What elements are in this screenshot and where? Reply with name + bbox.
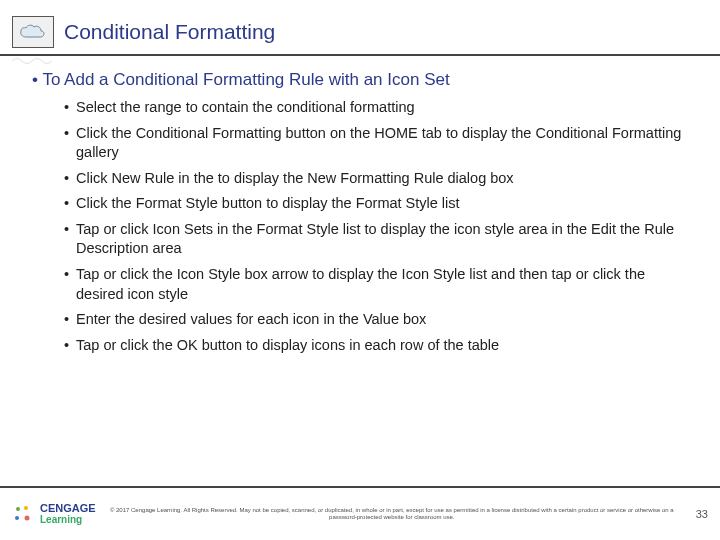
slide: Conditional Formatting To Add a Conditio… [0,0,720,540]
section-heading: To Add a Conditional Formatting Rule wit… [32,70,696,90]
list-item: Tap or click the OK button to display ic… [64,336,696,356]
slide-footer: CENGAGE Learning © 2017 Cengage Learning… [0,486,720,540]
list-item: Tap or click the Icon Style box arrow to… [64,265,696,304]
list-item: Select the range to contain the conditio… [64,98,696,118]
slide-header: Conditional Formatting [0,0,720,56]
svg-point-0 [16,507,20,511]
svg-point-3 [25,516,30,521]
slide-body: To Add a Conditional Formatting Rule wit… [0,56,720,355]
slide-title: Conditional Formatting [64,20,275,44]
list-item: Click New Rule in the to display the New… [64,169,696,189]
list-item: Click the Format Style button to display… [64,194,696,214]
cloud-icon [12,16,54,48]
copyright-text: © 2017 Cengage Learning. All Rights Rese… [96,507,688,521]
decorative-scribble [12,56,52,66]
list-item: Tap or click Icon Sets in the Format Sty… [64,220,696,259]
logo-text-wrap: CENGAGE Learning [40,503,96,525]
list-item: Click the Conditional Formatting button … [64,124,696,163]
logo-text-bottom: Learning [40,514,96,525]
logo-icon [12,503,34,525]
publisher-logo: CENGAGE Learning [12,503,96,525]
list-item: Enter the desired values for each icon i… [64,310,696,330]
svg-point-1 [24,506,28,510]
steps-list: Select the range to contain the conditio… [64,98,696,355]
svg-point-2 [15,516,19,520]
logo-text-top: CENGAGE [40,503,96,514]
page-number: 33 [688,508,708,520]
